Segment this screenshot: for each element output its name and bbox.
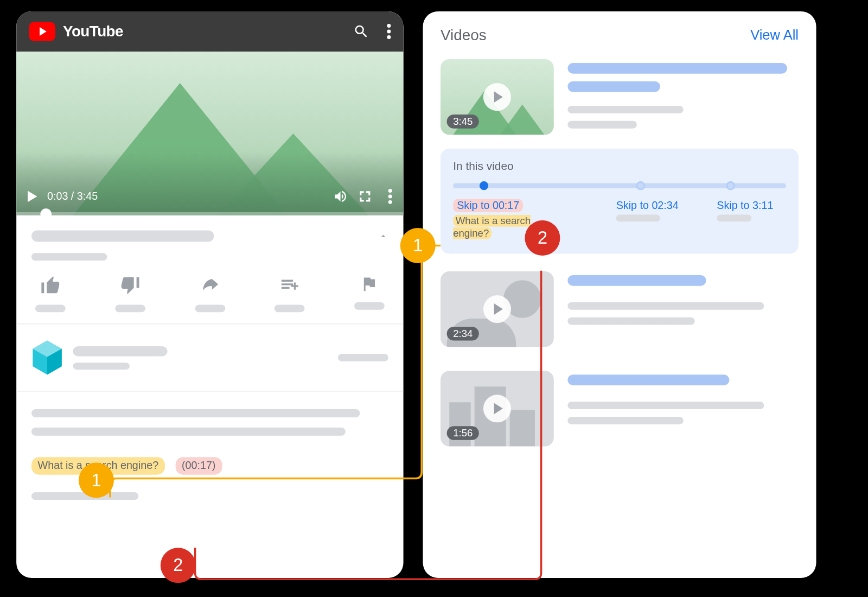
description: What is a search engine? (00:17) <box>16 392 403 500</box>
like-button[interactable] <box>35 275 66 313</box>
videos-heading: Videos <box>441 27 487 44</box>
video-thumbnail[interactable]: 3:45 <box>441 59 554 135</box>
video-result[interactable]: 2:34 <box>423 265 816 353</box>
search-results-panel: Videos View All 3:45 In this video <box>423 11 816 578</box>
subtitle-skeleton <box>31 253 107 261</box>
save-button[interactable] <box>275 275 305 313</box>
share-button[interactable] <box>195 275 225 313</box>
video-meta <box>16 215 403 261</box>
moment-title: What is a search engine? <box>453 215 531 239</box>
channel-sub-skeleton <box>73 363 130 370</box>
channel-row[interactable] <box>16 324 403 391</box>
duration-badge: 3:45 <box>447 115 479 129</box>
youtube-logo-text: YouTube <box>63 23 123 40</box>
dislike-button[interactable] <box>115 275 145 313</box>
player-controls: 0:03 / 3:45 <box>16 189 403 204</box>
skip-link: Skip to 3:11 <box>717 200 786 212</box>
subscribe-skeleton[interactable] <box>338 354 388 361</box>
youtube-header: YouTube <box>16 11 403 52</box>
key-moment[interactable]: Skip to 02:34 <box>616 200 692 240</box>
annotation-badge-2: 2 <box>525 220 560 256</box>
youtube-logo-icon <box>29 22 55 41</box>
skip-link: Skip to 02:34 <box>616 200 692 212</box>
flag-button[interactable] <box>354 275 385 313</box>
play-icon <box>483 83 511 111</box>
key-moments-card: In this video Skip to 00:17 What is a se… <box>441 149 799 254</box>
play-icon[interactable] <box>28 190 37 202</box>
video-result[interactable]: 1:56 <box>423 365 816 453</box>
skip-link[interactable]: Skip to 00:17 <box>453 199 523 212</box>
channel-avatar-icon <box>31 339 63 376</box>
annotation-badge-1: 1 <box>79 463 114 498</box>
time-display: 0:03 / 3:45 <box>47 190 98 202</box>
search-icon[interactable] <box>353 23 369 40</box>
fullscreen-icon[interactable] <box>358 189 372 204</box>
moments-timeline[interactable] <box>453 183 786 188</box>
play-icon <box>483 395 511 422</box>
youtube-panel: YouTube 0:03 / 3:45 <box>16 11 403 578</box>
action-bar <box>16 261 403 324</box>
chapter-timestamp-chip[interactable]: (00:17) <box>175 457 222 474</box>
channel-name-skeleton <box>73 346 168 356</box>
video-result[interactable]: 3:45 <box>423 53 816 142</box>
video-player[interactable]: 0:03 / 3:45 <box>16 52 403 215</box>
progress-bar[interactable] <box>16 212 403 215</box>
title-skeleton <box>31 231 214 242</box>
key-moment[interactable]: Skip to 3:11 <box>717 200 786 240</box>
view-all-link[interactable]: View All <box>750 27 799 43</box>
duration-badge: 2:34 <box>447 327 479 341</box>
duration-badge: 1:56 <box>447 426 479 440</box>
annotation-badge-1: 1 <box>400 228 436 263</box>
menu-icon[interactable] <box>387 24 391 39</box>
key-moment[interactable]: Skip to 00:17 What is a search engine? <box>453 200 535 240</box>
player-more-icon[interactable] <box>388 189 392 204</box>
play-icon <box>483 295 511 323</box>
annotation-badge-2: 2 <box>161 548 196 583</box>
volume-icon[interactable] <box>333 189 348 204</box>
video-thumbnail[interactable]: 1:56 <box>441 371 554 446</box>
key-moments-heading: In this video <box>453 160 786 173</box>
caret-up-icon[interactable] <box>378 231 388 242</box>
video-thumbnail[interactable]: 2:34 <box>441 271 554 347</box>
